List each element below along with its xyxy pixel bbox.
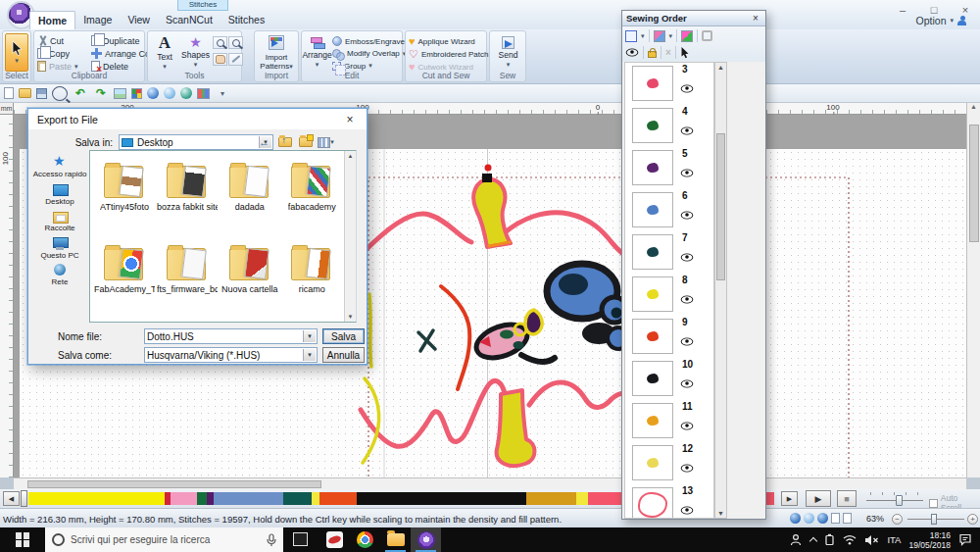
delete-disabled-icon[interactable]: × (665, 47, 671, 58)
horizontal-scrollbar[interactable] (14, 477, 966, 489)
show-hide-icon[interactable] (626, 48, 639, 56)
places-item[interactable]: Desktop (32, 183, 87, 207)
up-one-level-button[interactable] (276, 134, 293, 150)
sewing-step-item[interactable]: 11 (625, 400, 713, 442)
solid-view-icon[interactable] (790, 513, 801, 524)
lock-icon[interactable] (648, 51, 657, 58)
save-in-combobox[interactable]: Desktop ▼ (119, 134, 273, 150)
visibility-eye-icon[interactable] (681, 253, 694, 261)
create-new-folder-button[interactable] (297, 134, 314, 150)
select-frame-icon[interactable] (625, 30, 637, 42)
simulator-slider-handle[interactable] (21, 490, 27, 507)
sewing-step-item[interactable]: 8 (625, 274, 713, 316)
places-item[interactable]: Questo PC (32, 237, 87, 261)
view-menu-button[interactable]: ▾ (318, 134, 334, 150)
dropdown-arrow-icon[interactable]: ▼ (303, 349, 316, 361)
go-to-end-button[interactable]: ▶ (781, 491, 798, 506)
step-thumbnail[interactable] (632, 234, 673, 270)
visibility-eye-icon[interactable] (681, 169, 694, 176)
ribbon-tab[interactable]: Image (75, 11, 120, 29)
applique-wizard-button[interactable]: ♥Applique Wizard (409, 35, 488, 48)
optimize-color-changes-icon[interactable] (681, 30, 693, 42)
sewing-step-item[interactable]: 7 (625, 231, 713, 274)
step-thumbnail[interactable] (632, 361, 673, 396)
embroidered-patch-button[interactable]: ♡Embroidered Patch (409, 48, 488, 61)
step-thumbnail[interactable] (632, 192, 673, 227)
panel-scrollbar[interactable]: ▲ ▼ (714, 62, 727, 519)
text-tool-button[interactable]: A Text ▾ (151, 33, 178, 72)
modify-overlap-button[interactable]: Modify Overlap▾ (332, 48, 411, 61)
places-item[interactable]: Raccolte (32, 210, 87, 233)
start-button[interactable] (0, 527, 45, 552)
select-tool-button[interactable]: ▾ (5, 33, 28, 72)
realistic-view-icon[interactable] (817, 513, 828, 524)
scroll-up-icon[interactable]: ▲ (715, 64, 726, 71)
copy-button[interactable]: Copy (37, 47, 78, 60)
play-button[interactable]: ▶ (806, 490, 831, 507)
visibility-eye-icon[interactable] (681, 295, 694, 303)
send-button[interactable]: Send ▾ (493, 33, 523, 72)
save-button[interactable]: Salva (322, 328, 365, 344)
import-patterns-label[interactable]: Import Patterns▾ (256, 53, 297, 71)
sewing-step-item[interactable]: 3 (625, 63, 713, 105)
slider-knob[interactable] (896, 495, 903, 506)
step-thumbnail[interactable] (632, 150, 673, 185)
step-thumbnail[interactable] (632, 487, 673, 519)
speed-slider[interactable] (866, 491, 923, 506)
folder-item[interactable]: bozza fabkit site (157, 155, 218, 237)
visibility-eye-icon[interactable] (681, 506, 694, 514)
sewing-step-item[interactable]: 12 (625, 442, 713, 484)
zoom-out-button[interactable]: − (892, 514, 903, 525)
action-center-icon[interactable] (958, 533, 972, 546)
vertical-scrollbar[interactable]: ▲ (966, 103, 980, 477)
zoom-in-button[interactable]: + (967, 514, 978, 525)
ribbon-tab[interactable]: View (120, 11, 158, 29)
visibility-eye-icon[interactable] (681, 379, 694, 387)
zoom-in-button[interactable] (213, 36, 227, 49)
hoop-icon[interactable] (702, 30, 712, 41)
folder-item[interactable]: fabacademy (282, 155, 343, 237)
dialog-title-bar[interactable]: Export to File × (28, 109, 367, 129)
sewing-step-item[interactable]: 6 (625, 189, 713, 231)
task-view-icon[interactable] (293, 532, 308, 546)
arrange-button[interactable]: Arrange ▾ (304, 33, 330, 72)
visibility-eye-icon[interactable] (681, 337, 694, 345)
microphone-icon[interactable] (267, 533, 276, 547)
show-hidden-icons-chevron[interactable] (809, 537, 817, 545)
wifi-icon[interactable] (843, 534, 857, 545)
design-page-icon[interactable] (831, 513, 840, 524)
ribbon-tab[interactable]: Stitches (220, 11, 272, 29)
shapes-tool-button[interactable]: ★ Shapes ▾ (180, 33, 211, 72)
minimize-button[interactable]: – (896, 4, 909, 16)
visibility-eye-icon[interactable] (681, 126, 694, 134)
step-thumbnail[interactable] (632, 108, 673, 143)
scroll-thumb[interactable] (27, 480, 321, 488)
visibility-eye-icon[interactable] (681, 422, 694, 429)
scroll-thumb[interactable] (969, 125, 979, 242)
stitch-view-icon[interactable] (804, 513, 814, 524)
taskbar-search[interactable]: Scrivi qui per eseguire la ricerca (45, 527, 283, 552)
folder-item[interactable]: Nuova cartella (220, 237, 280, 320)
file-name-input[interactable]: Dotto.HUS ▼ (144, 328, 318, 344)
measure-button[interactable] (228, 53, 243, 66)
language-indicator[interactable]: ITA (887, 534, 901, 545)
volume-muted-icon[interactable] (864, 534, 879, 546)
option-menu[interactable]: Option ▾ (916, 15, 966, 26)
clock[interactable]: 18:16 19/05/2018 (908, 530, 951, 550)
step-thumbnail[interactable] (632, 445, 673, 480)
step-thumbnail[interactable] (632, 319, 673, 354)
step-thumbnail[interactable] (632, 403, 673, 438)
folder-item[interactable]: dadada (220, 155, 280, 237)
import-patterns-button[interactable] (269, 35, 284, 50)
battery-icon[interactable] (824, 533, 835, 546)
ribbon-tab[interactable]: ScanNCut (158, 11, 220, 29)
people-icon[interactable] (790, 533, 803, 546)
cursor-arrow-icon[interactable] (680, 46, 690, 59)
change-color-icon[interactable] (654, 30, 665, 42)
cancel-button[interactable]: Annulla (322, 347, 365, 363)
visibility-eye-icon[interactable] (681, 211, 694, 219)
save-as-type-combobox[interactable]: Husqvarna/Viking (*.HUS) ▼ (144, 347, 318, 363)
stop-button[interactable]: ■ (837, 490, 857, 507)
step-thumbnail[interactable] (632, 66, 673, 101)
go-to-start-button[interactable]: ◀ (3, 491, 20, 506)
